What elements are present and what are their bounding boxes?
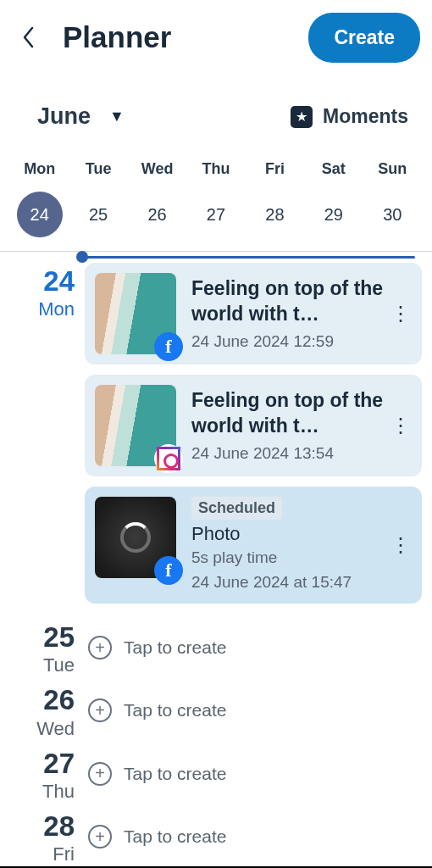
dow-thu: Thu bbox=[186, 160, 245, 178]
week-days-row: Mon Tue Wed Thu Fri Sat Sun bbox=[0, 145, 432, 180]
day-label-27: 27 Thu bbox=[10, 745, 81, 803]
back-button[interactable] bbox=[12, 25, 46, 49]
instagram-icon bbox=[154, 444, 183, 473]
tap-to-create-27[interactable]: + Tap to create bbox=[85, 750, 422, 798]
date-cell-30[interactable]: 30 bbox=[363, 192, 422, 237]
date-cell-24[interactable]: 24 bbox=[10, 192, 69, 237]
post-thumbnail-2 bbox=[95, 385, 176, 466]
scheduled-thumbnail: f bbox=[95, 497, 176, 578]
post-title-1: Feeling on top of the world with t… bbox=[191, 276, 388, 327]
more-button-scheduled[interactable]: ⋮ bbox=[388, 533, 413, 557]
dow-tue: Tue bbox=[69, 160, 127, 178]
subheader: June ▼ ★ Moments bbox=[0, 75, 432, 145]
divider bbox=[0, 251, 432, 252]
day-section-26: 26 Wed + Tap to create bbox=[0, 676, 432, 739]
post-time-1: 24 June 2024 12:59 bbox=[191, 332, 388, 351]
scheduled-tag: Scheduled bbox=[191, 497, 282, 520]
date-cell-28[interactable]: 28 bbox=[246, 192, 304, 237]
post-title-2: Feeling on top of the world with t… bbox=[191, 388, 388, 439]
plus-circle-icon: + bbox=[88, 762, 112, 786]
post-card-1[interactable]: f Feeling on top of the world with t… 24… bbox=[85, 263, 422, 364]
facebook-icon: f bbox=[154, 556, 183, 585]
dow-fri: Fri bbox=[246, 160, 304, 178]
scheduled-subtitle: Photo bbox=[191, 523, 388, 545]
post-time-2: 24 June 2024 13:54 bbox=[191, 444, 388, 463]
day-label-28: 28 Fri bbox=[10, 808, 81, 865]
day-section-27: 27 Thu + Tap to create bbox=[0, 740, 432, 803]
date-cell-25[interactable]: 25 bbox=[69, 192, 127, 237]
plus-circle-icon: + bbox=[88, 825, 112, 849]
dow-wed: Wed bbox=[128, 160, 186, 178]
date-cell-26[interactable]: 26 bbox=[128, 192, 186, 237]
plus-circle-icon: + bbox=[88, 698, 112, 722]
day-section-28: 28 Fri + Tap to create bbox=[0, 803, 432, 865]
chevron-left-icon bbox=[21, 25, 36, 49]
caret-down-icon[interactable]: ▼ bbox=[109, 108, 125, 125]
tap-to-create-25[interactable]: + Tap to create bbox=[85, 624, 422, 671]
day-label-26: 26 Wed bbox=[10, 682, 81, 739]
more-button-2[interactable]: ⋮ bbox=[388, 414, 413, 437]
tap-to-create-28[interactable]: + Tap to create bbox=[85, 813, 422, 860]
post-thumbnail-1: f bbox=[95, 273, 176, 354]
more-button-1[interactable]: ⋮ bbox=[388, 302, 413, 326]
date-cell-27[interactable]: 27 bbox=[186, 192, 245, 237]
timeline-indicator bbox=[0, 253, 432, 263]
page-title: Planner bbox=[63, 20, 171, 54]
moments-star-icon[interactable]: ★ bbox=[291, 106, 313, 128]
scheduled-meta-playtime: 5s play time bbox=[191, 547, 388, 570]
facebook-icon: f bbox=[154, 332, 183, 361]
date-cell-29[interactable]: 29 bbox=[304, 192, 363, 237]
dow-mon: Mon bbox=[10, 160, 69, 178]
day-section-24: 24 Mon f Feeling on top of the world wit… bbox=[0, 263, 432, 614]
scheduled-card[interactable]: f Scheduled Photo 5s play time 24 June 2… bbox=[85, 487, 422, 604]
create-button[interactable]: Create bbox=[308, 13, 420, 63]
week-dates-row: 24 25 26 27 28 29 30 bbox=[0, 180, 432, 251]
moments-button[interactable]: Moments bbox=[323, 105, 408, 128]
loading-icon bbox=[120, 522, 151, 553]
dow-sat: Sat bbox=[304, 160, 363, 178]
plus-circle-icon: + bbox=[88, 636, 112, 659]
month-selector-label[interactable]: June bbox=[37, 103, 91, 130]
header-bar: Planner Create bbox=[0, 0, 432, 75]
tap-to-create-26[interactable]: + Tap to create bbox=[85, 687, 422, 734]
day-section-25: 25 Tue + Tap to create bbox=[0, 614, 432, 676]
dow-sun: Sun bbox=[363, 160, 422, 178]
post-card-2[interactable]: Feeling on top of the world with t… 24 J… bbox=[85, 375, 422, 476]
scheduled-meta-time: 24 June 2024 at 15:47 bbox=[191, 571, 388, 594]
day-label-25: 25 Tue bbox=[10, 619, 81, 676]
day-label-24: 24 Mon bbox=[10, 263, 81, 614]
